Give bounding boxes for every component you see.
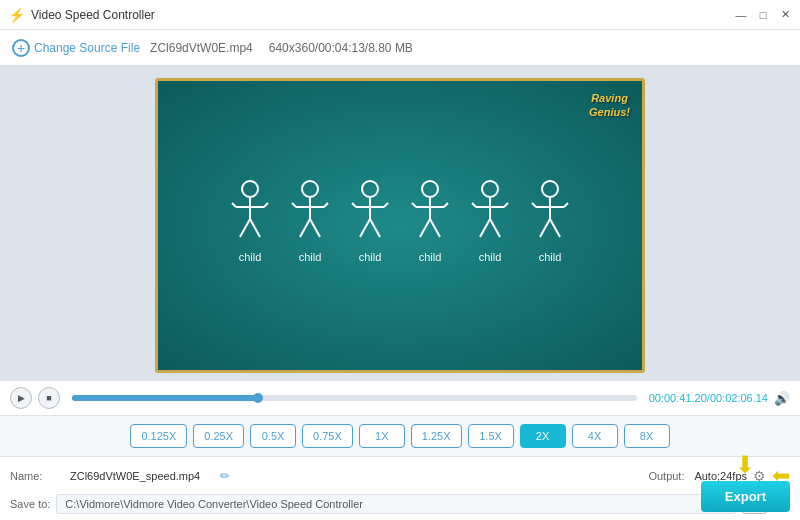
child-label: child (419, 251, 442, 263)
total-time: 00:02:06.14 (710, 392, 768, 404)
video-area: Raving Genius! c (0, 66, 800, 380)
svg-line-11 (310, 219, 320, 237)
speed-controls: 0.125X0.25X0.5X0.75X1X1.25X1.5X2X4X8X (0, 416, 800, 456)
child-label: child (239, 251, 262, 263)
svg-point-0 (242, 181, 258, 197)
name-label: Name: (10, 470, 50, 482)
svg-point-21 (422, 181, 438, 197)
titlebar-controls: — □ ✕ (734, 8, 792, 22)
speed-button-0.5X[interactable]: 0.5X (250, 424, 296, 448)
svg-point-35 (542, 181, 558, 197)
child-label: child (539, 251, 562, 263)
speed-button-4X[interactable]: 4X (572, 424, 618, 448)
svg-line-33 (472, 203, 476, 207)
child-figure: child (228, 177, 272, 263)
volume-icon[interactable]: 🔊 (774, 391, 790, 406)
svg-line-40 (532, 203, 536, 207)
child-label: child (359, 251, 382, 263)
export-section: ⬇ Export (701, 451, 790, 512)
child-figure: child (288, 177, 332, 263)
download-arrow-icon: ⬇ (735, 451, 755, 479)
svg-line-41 (564, 203, 568, 207)
app-title: Video Speed Controller (31, 8, 155, 22)
titlebar-left: ⚡ Video Speed Controller (8, 7, 155, 23)
svg-line-18 (370, 219, 380, 237)
svg-line-34 (504, 203, 508, 207)
svg-line-27 (444, 203, 448, 207)
add-source-label: Change Source File (34, 41, 140, 55)
svg-line-38 (540, 219, 550, 237)
svg-line-17 (360, 219, 370, 237)
maximize-button[interactable]: □ (756, 8, 770, 22)
child-figure: child (468, 177, 512, 263)
svg-line-20 (384, 203, 388, 207)
speed-button-0.75X[interactable]: 0.75X (302, 424, 353, 448)
svg-line-31 (480, 219, 490, 237)
playback-controls: ▶ ■ 00:00:41.20/00:02:06.14 🔊 (0, 380, 800, 416)
progress-handle[interactable] (253, 393, 263, 403)
speed-button-1.25X[interactable]: 1.25X (411, 424, 462, 448)
export-button[interactable]: Export (701, 481, 790, 512)
svg-line-3 (240, 219, 250, 237)
speed-button-8X[interactable]: 8X (624, 424, 670, 448)
svg-line-13 (324, 203, 328, 207)
svg-line-4 (250, 219, 260, 237)
bottom-panel: Name: ZCl69dVtW0E_speed.mp4 ✏ Output: Au… (0, 456, 800, 520)
titlebar: ⚡ Video Speed Controller — □ ✕ (0, 0, 800, 30)
bottom-row2: Save to: C:\Vidmore\Vidmore Video Conver… (10, 494, 790, 514)
close-button[interactable]: ✕ (778, 8, 792, 22)
save-label: Save to: (10, 498, 50, 510)
logo: Raving Genius! (589, 91, 630, 120)
speed-button-1X[interactable]: 1X (359, 424, 405, 448)
output-label: Output: (648, 470, 688, 482)
child-figure: child (348, 177, 392, 263)
child-figure: child (528, 177, 572, 263)
svg-line-6 (264, 203, 268, 207)
child-label: child (479, 251, 502, 263)
save-path-display: C:\Vidmore\Vidmore Video Converter\Video… (56, 494, 735, 514)
svg-line-12 (292, 203, 296, 207)
time-display: 00:00:41.20/00:02:06.14 (649, 392, 768, 404)
svg-point-14 (362, 181, 378, 197)
app-icon: ⚡ (8, 7, 25, 23)
bottom-row1: Name: ZCl69dVtW0E_speed.mp4 ✏ Output: Au… (10, 463, 790, 489)
progress-bar[interactable] (72, 395, 637, 401)
minimize-button[interactable]: — (734, 8, 748, 22)
children-container: child child (228, 177, 572, 273)
svg-line-39 (550, 219, 560, 237)
video-frame: Raving Genius! c (155, 78, 645, 373)
svg-line-26 (412, 203, 416, 207)
add-source-button[interactable]: + Change Source File (12, 39, 140, 57)
edit-filename-icon[interactable]: ✏ (220, 469, 230, 483)
svg-point-28 (482, 181, 498, 197)
child-label: child (299, 251, 322, 263)
svg-line-10 (300, 219, 310, 237)
progress-fill (72, 395, 258, 401)
resolution-display: 640x360/00:04:13/8.80 MB (269, 41, 413, 55)
speed-button-1.5X[interactable]: 1.5X (468, 424, 514, 448)
file-info: ZCl69dVtW0E.mp4 640x360/00:04:13/8.80 MB (150, 41, 413, 55)
play-button[interactable]: ▶ (10, 387, 32, 409)
svg-line-19 (352, 203, 356, 207)
output-filename: ZCl69dVtW0E_speed.mp4 (70, 470, 200, 482)
plus-icon: + (12, 39, 30, 57)
svg-line-24 (420, 219, 430, 237)
bottom-info: Name: ZCl69dVtW0E_speed.mp4 ✏ Output: Au… (0, 456, 800, 520)
current-time: 00:00:41.20 (649, 392, 707, 404)
svg-point-7 (302, 181, 318, 197)
child-figure: child (408, 177, 452, 263)
filename-display: ZCl69dVtW0E.mp4 (150, 41, 253, 55)
toolbar: + Change Source File ZCl69dVtW0E.mp4 640… (0, 30, 800, 66)
speed-button-0.125X[interactable]: 0.125X (130, 424, 187, 448)
svg-line-25 (430, 219, 440, 237)
svg-line-5 (232, 203, 236, 207)
svg-line-32 (490, 219, 500, 237)
stop-button[interactable]: ■ (38, 387, 60, 409)
speed-button-0.25X[interactable]: 0.25X (193, 424, 244, 448)
main-area: + Change Source File ZCl69dVtW0E.mp4 640… (0, 30, 800, 520)
speed-button-2X[interactable]: 2X (520, 424, 566, 448)
